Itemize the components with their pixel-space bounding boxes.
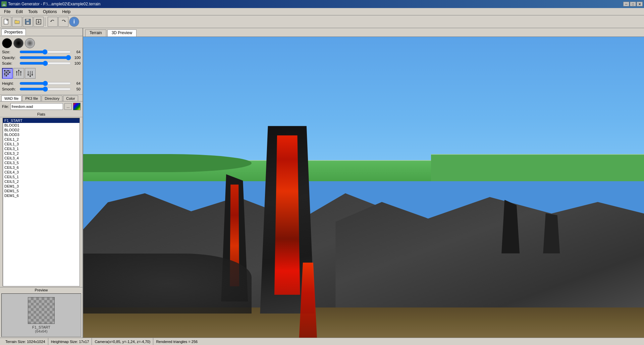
wad-tab-wad[interactable]: WAD file [1, 95, 21, 101]
file-input[interactable] [10, 103, 63, 110]
svg-rect-10 [7, 70, 9, 71]
window-controls[interactable]: ─ □ ✕ [623, 2, 643, 6]
undo-button[interactable] [48, 17, 58, 27]
size-value: 64 [71, 50, 80, 54]
list-item[interactable]: CEIL5_1 [3, 175, 79, 179]
close-button[interactable]: ✕ [637, 2, 643, 6]
scale-slider[interactable] [19, 61, 71, 66]
list-item[interactable]: CEIL3_2 [3, 151, 79, 156]
svg-rect-5 [26, 22, 29, 24]
scale-value: 100 [71, 61, 80, 65]
svg-rect-12 [4, 72, 5, 73]
list-item[interactable]: F1_START [3, 118, 79, 123]
list-item[interactable]: DEM1_6 [3, 193, 79, 198]
svg-rect-4 [26, 19, 29, 21]
color-picker-button[interactable] [73, 103, 80, 110]
list-item[interactable]: BLOOD3 [3, 132, 79, 137]
file-browse-button[interactable]: ... [64, 103, 72, 110]
brush-selector [2, 38, 80, 48]
svg-rect-15 [9, 72, 10, 73]
svg-rect-19 [4, 75, 5, 76]
list-item[interactable]: CEIL3_6 [3, 165, 79, 170]
tool-noise[interactable] [2, 68, 13, 79]
save-button[interactable] [23, 17, 33, 27]
wad-tab-color[interactable]: Color [63, 95, 78, 101]
tab-terrain[interactable]: Terrain [85, 29, 106, 37]
svg-rect-17 [6, 73, 7, 75]
open-button[interactable] [12, 17, 22, 27]
list-item[interactable]: BLOOD2 [3, 128, 79, 132]
tool-lower[interactable] [25, 68, 36, 79]
wad-tab-bar: WAD file PK3 file Directory Color [0, 95, 83, 101]
brush-solid[interactable] [2, 38, 12, 48]
list-item[interactable]: CEIL4_3 [3, 170, 79, 175]
status-triangles: Rendered triangles = 256 [153, 338, 200, 345]
menu-file[interactable]: File [1, 9, 13, 15]
tab-3d-preview[interactable]: 3D Preview [107, 29, 137, 37]
menu-tools[interactable]: Tools [25, 9, 40, 15]
flat-list[interactable]: F1_START BLOOD1 BLOOD2 BLOOD3 CEIL1_2 CE… [3, 118, 80, 286]
scale-label: Scale: [2, 61, 19, 65]
brush-gradient[interactable] [13, 38, 23, 48]
list-item[interactable]: DEM1_3 [3, 184, 79, 189]
svg-rect-8 [4, 70, 5, 71]
smooth-slider-row: Smooth: 50 [2, 87, 80, 91]
tool-icons-row [2, 67, 80, 80]
list-item[interactable]: CEIL1_2 [3, 137, 79, 142]
opacity-value: 100 [71, 56, 80, 60]
menu-options[interactable]: Options [40, 9, 59, 15]
scale-slider-row: Scale: 100 [2, 61, 80, 66]
height-label: Height: [2, 81, 19, 85]
minimize-button[interactable]: ─ [623, 2, 629, 6]
wad-tab-directory[interactable]: Directory [42, 95, 62, 101]
height-slider[interactable] [19, 81, 71, 86]
smooth-slider[interactable] [19, 87, 71, 91]
title-bar-left: 🗻 Terrain Generator - F:\...ample02\Exam… [1, 1, 100, 7]
status-heightmap-size: Heightmap Size: 17x17 [48, 338, 92, 345]
tool-raise[interactable] [13, 68, 24, 79]
flats-label: Flats [0, 112, 83, 117]
svg-rect-20 [6, 75, 7, 76]
opacity-label: Opacity: [2, 56, 19, 60]
opacity-slider[interactable] [19, 55, 71, 60]
list-item[interactable]: CEIL3_5 [3, 160, 79, 165]
preview-box: F1_START (64x64) [1, 293, 81, 337]
wad-tab-pk3[interactable]: PK3 file [22, 95, 41, 101]
list-item[interactable]: DEM1_5 [3, 189, 79, 193]
list-item[interactable]: CEIL1_3 [3, 142, 79, 146]
svg-rect-16 [4, 73, 5, 75]
export-button[interactable] [34, 17, 44, 27]
properties-tab-button[interactable]: Properties [1, 29, 26, 35]
status-camera: Camera(x=0,85, y=-1,24, z=-4,70) [92, 338, 153, 345]
file-label: File: [2, 105, 9, 109]
brush-soft[interactable] [25, 38, 35, 48]
info-button[interactable]: i [69, 17, 79, 27]
rocky-edge-left [83, 254, 252, 314]
redo-button[interactable] [58, 17, 68, 27]
list-item[interactable]: CEIL5_2 [3, 179, 79, 184]
new-button[interactable] [1, 17, 11, 27]
right-panel: Terrain 3D Preview [83, 28, 644, 338]
svg-rect-14 [7, 72, 9, 73]
list-item[interactable]: CEIL3_1 [3, 146, 79, 151]
size-slider-row: Size: 64 [2, 50, 80, 54]
size-slider[interactable] [19, 50, 71, 54]
toolbar-separator-1 [45, 17, 46, 26]
menu-bar: File Edit Tools Options Help [0, 8, 644, 15]
file-row: File: ... [0, 101, 83, 112]
opacity-slider-row: Opacity: 100 [2, 55, 80, 60]
menu-edit[interactable]: Edit [13, 9, 25, 15]
window-title: Terrain Generator - F:\...ample02\Exampl… [8, 2, 100, 6]
title-bar: 🗻 Terrain Generator - F:\...ample02\Exam… [0, 0, 644, 8]
menu-help[interactable]: Help [59, 9, 73, 15]
list-item[interactable]: BLOOD1 [3, 123, 79, 128]
viewport[interactable] [83, 37, 644, 338]
main-layout: Properties Size: 64 Opacity: 100 Scale: [0, 28, 644, 338]
properties-tab-bar: Properties [0, 28, 83, 36]
list-item[interactable]: CEIL3_4 [3, 156, 79, 160]
peak-right-2 [543, 213, 560, 254]
preview-section: Preview F1_START (64x64) [0, 287, 83, 338]
svg-rect-18 [7, 73, 9, 75]
maximize-button[interactable]: □ [630, 2, 636, 6]
app-icon: 🗻 [1, 1, 7, 7]
